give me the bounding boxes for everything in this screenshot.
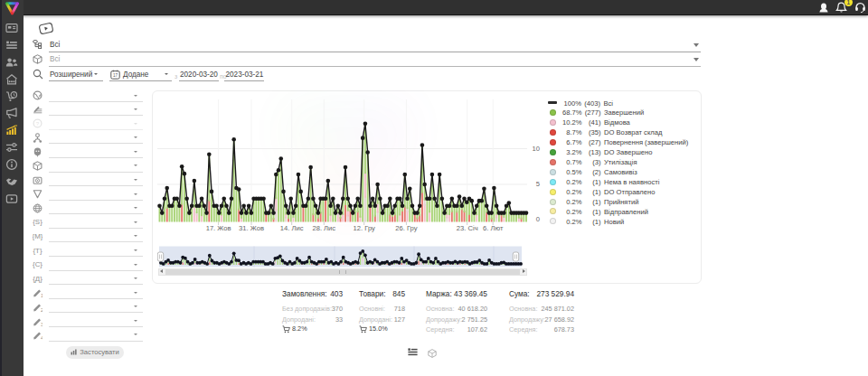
svg-text:{M}: {M} (33, 232, 42, 240)
svg-text:23. Січ: 23. Січ (457, 224, 478, 232)
svg-text:17: 17 (113, 73, 118, 78)
svg-text:6. Лют: 6. Лют (483, 224, 504, 232)
svg-text:0: 0 (536, 215, 540, 223)
svg-text:31. Жов: 31. Жов (239, 224, 264, 232)
svg-text:14. Лис: 14. Лис (280, 224, 304, 232)
svg-text:26. Гру: 26. Гру (395, 224, 417, 232)
svg-text:2: 2 (41, 306, 42, 312)
svg-text:17. Жов: 17. Жов (206, 224, 231, 232)
svg-text:3: 3 (41, 321, 42, 326)
svg-text:1: 1 (41, 293, 42, 298)
svg-text:5: 5 (536, 180, 540, 188)
svg-text:{T}: {T} (33, 247, 42, 255)
svg-text:{Д}: {Д} (33, 275, 42, 283)
svg-text:{C}: {C} (33, 261, 42, 269)
svg-text:4: 4 (41, 335, 42, 341)
svg-text:28. Лис: 28. Лис (312, 224, 335, 232)
svg-text:12. Гру: 12. Гру (354, 224, 375, 232)
svg-text:{S}: {S} (33, 219, 42, 227)
svg-text:10: 10 (533, 145, 540, 153)
svg-text:?: ? (36, 121, 40, 127)
